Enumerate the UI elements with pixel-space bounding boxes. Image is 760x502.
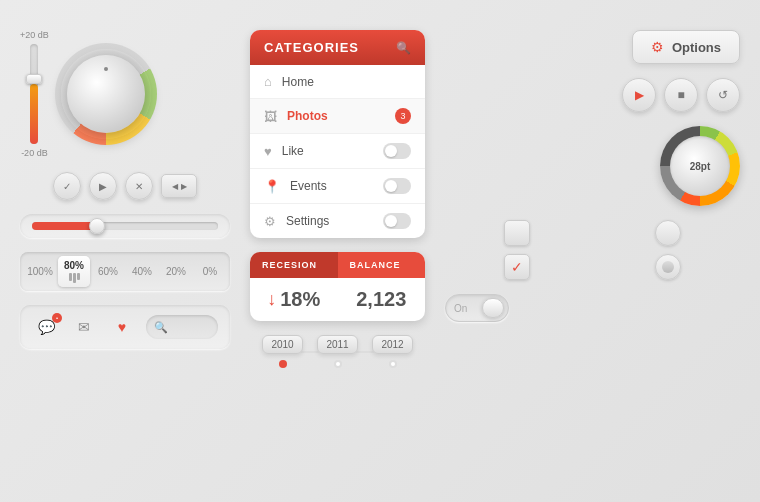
close-button[interactable]: ✕ — [125, 172, 153, 200]
radio-button[interactable] — [655, 254, 681, 280]
knob-container — [61, 49, 151, 139]
timeline: 2010 2011 2012 — [250, 335, 425, 368]
checkbox[interactable]: ✓ — [504, 254, 530, 280]
chat-icon: 💬 — [38, 319, 55, 335]
check-button[interactable]: ✓ — [53, 172, 81, 200]
nav-button[interactable]: ◀ ▶ — [161, 174, 197, 198]
knob-inner — [67, 55, 145, 133]
stats-body: ↓ 18% 2,123 — [250, 278, 425, 321]
volume-slider-container: +20 dB -20 dB — [20, 30, 49, 158]
ui-container: +20 dB -20 dB ✓ — [0, 0, 760, 502]
seg-item-80[interactable]: 80% — [58, 256, 90, 287]
settings-toggle-dot — [385, 215, 397, 227]
seg-label-40: 40% — [132, 266, 152, 277]
timeline-item-2010: 2010 — [255, 335, 310, 368]
mail-icon-button[interactable]: ✉ — [70, 313, 98, 341]
settings-icon: ⚙ — [264, 214, 276, 229]
seg-item-0[interactable]: 0% — [194, 262, 226, 281]
options-button[interactable]: ⚙ Options — [632, 30, 740, 64]
seg-item-100[interactable]: 100% — [24, 262, 56, 281]
seg-label-60: 60% — [98, 266, 118, 277]
controls-grid: ✓ — [445, 220, 740, 280]
photos-icon: 🖼 — [264, 109, 277, 124]
cat-label-like: Like — [282, 144, 373, 158]
seg-label-20: 20% — [166, 266, 186, 277]
recession-number: 18% — [280, 288, 320, 311]
play-button[interactable]: ▶ — [89, 172, 117, 200]
like-icon: ♥ — [264, 144, 272, 159]
prev-icon: ◀ — [172, 182, 178, 191]
media-stop-button[interactable]: ■ — [664, 78, 698, 112]
timeline-item-2011: 2011 — [310, 335, 365, 368]
bar-3 — [77, 273, 80, 280]
progress-track[interactable] — [32, 222, 218, 230]
categories-card: CATEGORIES 🔍 ⌂ Home 🖼 Photos 3 ♥ Like 📍 — [250, 30, 425, 238]
options-label: Options — [672, 40, 721, 55]
cat-item-photos[interactable]: 🖼 Photos 3 — [250, 99, 425, 134]
timeline-dot-2010 — [279, 360, 287, 368]
mail-icon: ✉ — [78, 319, 90, 335]
segmented-control: 100% 80% 60% 40% 20% 0% — [20, 252, 230, 291]
db-high-label: +20 dB — [20, 30, 49, 40]
square-button-1[interactable] — [504, 220, 530, 246]
gauge-container: 28pt — [445, 126, 740, 206]
heart-icon-button[interactable]: ♥ — [108, 313, 136, 341]
recession-label: RECESION — [262, 260, 326, 270]
gauge[interactable]: 28pt — [660, 126, 740, 206]
balance-value: 2,123 — [338, 288, 426, 311]
events-toggle[interactable] — [383, 178, 411, 194]
stats-header: RECESION BALANCE — [250, 252, 425, 278]
seg-label-100: 100% — [27, 266, 53, 277]
recession-value: ↓ 18% — [250, 288, 338, 311]
volume-slider-thumb[interactable] — [26, 74, 42, 84]
seg-item-40[interactable]: 40% — [126, 262, 158, 281]
check-icon: ✓ — [63, 181, 71, 192]
seg-item-60[interactable]: 60% — [92, 262, 124, 281]
home-icon: ⌂ — [264, 74, 272, 89]
cat-item-settings[interactable]: ⚙ Settings — [250, 204, 425, 238]
cat-item-events[interactable]: 📍 Events — [250, 169, 425, 204]
stats-col-balance: BALANCE — [338, 252, 426, 278]
circle-button-1[interactable] — [655, 220, 681, 246]
timeline-item-2012: 2012 — [365, 335, 420, 368]
radio-inner — [662, 261, 674, 273]
play-icon: ▶ — [99, 181, 107, 192]
cat-item-home[interactable]: ⌂ Home — [250, 65, 425, 99]
seg-item-20[interactable]: 20% — [160, 262, 192, 281]
gauge-inner: 28pt — [670, 136, 730, 196]
timeline-btn-2012[interactable]: 2012 — [372, 335, 412, 354]
chat-badge: • — [52, 313, 62, 323]
toggle-track[interactable]: On Off — [445, 294, 509, 322]
cat-label-home: Home — [282, 75, 411, 89]
volume-slider-track[interactable] — [30, 44, 38, 144]
search-bar[interactable]: 🔍 — [146, 315, 218, 339]
like-toggle[interactable] — [383, 143, 411, 159]
toggle-switch: On Off — [445, 294, 740, 322]
cat-label-photos: Photos — [287, 109, 385, 123]
timeline-btn-2011[interactable]: 2011 — [317, 335, 357, 354]
media-refresh-icon: ↺ — [718, 88, 728, 102]
stats-card: RECESION BALANCE ↓ 18% 2,123 — [250, 252, 425, 321]
chat-icon-button[interactable]: 💬 • — [32, 313, 60, 341]
like-toggle-dot — [385, 145, 397, 157]
left-panel: +20 dB -20 dB ✓ — [20, 30, 230, 349]
middle-panel: CATEGORIES 🔍 ⌂ Home 🖼 Photos 3 ♥ Like 📍 — [250, 30, 425, 368]
controls-row: ✓ ▶ ✕ ◀ ▶ — [20, 172, 230, 200]
bar-2 — [73, 273, 76, 283]
photos-badge: 3 — [395, 108, 411, 124]
categories-title: CATEGORIES — [264, 40, 359, 55]
recession-arrow: ↓ — [267, 289, 276, 310]
close-icon: ✕ — [135, 181, 143, 192]
cat-item-like[interactable]: ♥ Like — [250, 134, 425, 169]
icons-row: 💬 • ✉ ♥ 🔍 — [20, 305, 230, 349]
media-play-button[interactable]: ▶ — [622, 78, 656, 112]
knob[interactable] — [61, 49, 151, 139]
heart-icon: ♥ — [118, 319, 126, 335]
settings-toggle[interactable] — [383, 213, 411, 229]
media-refresh-button[interactable]: ↺ — [706, 78, 740, 112]
balance-label: BALANCE — [350, 260, 414, 270]
categories-search-icon[interactable]: 🔍 — [396, 41, 411, 55]
progress-thumb[interactable] — [89, 218, 105, 234]
events-toggle-dot — [385, 180, 397, 192]
timeline-btn-2010[interactable]: 2010 — [262, 335, 302, 354]
